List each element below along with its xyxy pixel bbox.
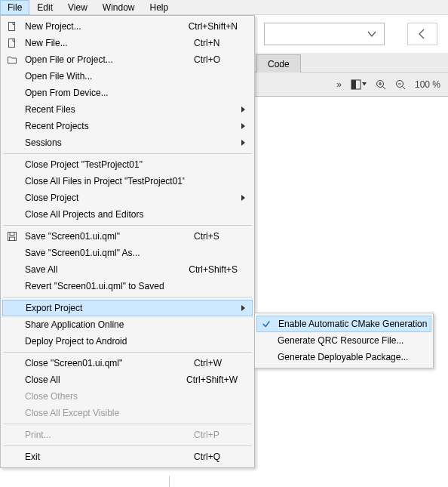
menu-item-label: Print... bbox=[22, 430, 185, 440]
menu-separator bbox=[3, 225, 252, 226]
menu-edit[interactable]: Edit bbox=[29, 0, 60, 15]
file-menu-dropdown: New Project...Ctrl+Shift+NNew File...Ctr… bbox=[0, 15, 255, 468]
content-divider bbox=[169, 476, 170, 487]
menu-window[interactable]: Window bbox=[95, 0, 143, 15]
menu-separator bbox=[3, 352, 252, 353]
menu-item-label: Revert "Screen01.ui.qml" to Saved bbox=[22, 281, 185, 291]
menu-item-open-file-or-project[interactable]: Open File or Project...Ctrl+O bbox=[2, 51, 253, 68]
menu-item-close-project-testproject01[interactable]: Close Project "TestProject01" bbox=[2, 156, 253, 173]
svg-marker-2 bbox=[362, 82, 367, 86]
submenu-arrow bbox=[238, 137, 248, 148]
menu-item-label: New File... bbox=[22, 38, 185, 48]
tab-code[interactable]: Code bbox=[256, 54, 301, 73]
menu-item-deploy-project-to-android[interactable]: Deploy Project to Android bbox=[2, 333, 253, 350]
menu-separator bbox=[3, 424, 252, 424]
menu-item-shortcut: Ctrl+N bbox=[185, 38, 238, 48]
menu-item-exit[interactable]: ExitCtrl+Q bbox=[2, 448, 253, 465]
menu-item-icon-slot bbox=[2, 21, 22, 32]
menu-item-share-application-online[interactable]: Share Application Online bbox=[2, 316, 253, 333]
square-half-icon bbox=[351, 79, 361, 90]
menu-item-label: Recent Files bbox=[22, 104, 185, 115]
new-file-icon bbox=[7, 38, 17, 48]
menu-item-label: Recent Projects bbox=[22, 121, 185, 131]
layout-icon[interactable] bbox=[351, 79, 367, 90]
svg-rect-11 bbox=[9, 39, 15, 48]
menu-item-revert-screen01-ui-qml-to-saved[interactable]: Revert "Screen01.ui.qml" to Saved bbox=[2, 278, 253, 294]
menu-item-label: Close All Projects and Editors bbox=[22, 209, 185, 220]
menu-item-close-project[interactable]: Close Project bbox=[2, 190, 253, 206]
menu-view[interactable]: View bbox=[60, 0, 95, 15]
menu-item-save-all[interactable]: Save AllCtrl+Shift+S bbox=[2, 261, 253, 278]
menu-item-new-file[interactable]: New File...Ctrl+N bbox=[2, 35, 253, 51]
menu-separator bbox=[3, 153, 252, 154]
menu-item-label: Close All Files in Project "TestProject0… bbox=[22, 176, 185, 186]
svg-rect-13 bbox=[10, 233, 14, 236]
menu-item-label: Save "Screen01.ui.qml" As... bbox=[22, 248, 185, 258]
more-button[interactable]: » bbox=[336, 79, 342, 90]
menu-item-print: Print...Ctrl+P bbox=[2, 427, 253, 443]
menu-item-open-from-device[interactable]: Open From Device... bbox=[2, 85, 253, 101]
menu-separator bbox=[3, 297, 252, 297]
menu-item-export-project[interactable]: Export Project bbox=[2, 300, 253, 316]
menu-item-label: Share Application Online bbox=[22, 319, 185, 330]
checkmark-icon bbox=[257, 319, 275, 328]
submenu-arrow bbox=[238, 193, 248, 203]
submenu-item-enable-automatic-cmake-generation[interactable]: Enable Automatic CMake Generation bbox=[256, 316, 431, 332]
zoom-in-icon bbox=[376, 79, 386, 90]
menu-help[interactable]: Help bbox=[143, 0, 176, 15]
chevron-left-icon bbox=[416, 28, 428, 40]
menu-item-label: Close Project bbox=[22, 193, 185, 203]
svg-rect-10 bbox=[9, 23, 15, 31]
submenu-item-label: Generate QRC Resource File... bbox=[275, 335, 427, 346]
menu-item-label: Close Project "TestProject01" bbox=[22, 159, 185, 170]
menu-item-label: Open File or Project... bbox=[22, 54, 185, 65]
menu-item-shortcut: Ctrl+O bbox=[185, 54, 238, 65]
menu-item-label: Open File With... bbox=[22, 71, 185, 82]
submenu-arrow bbox=[238, 121, 248, 131]
menu-item-label: Close Others bbox=[22, 391, 185, 402]
menu-item-close-others: Close Others bbox=[2, 388, 253, 405]
file-selector-combo[interactable] bbox=[264, 23, 385, 45]
menu-item-recent-files[interactable]: Recent Files bbox=[2, 101, 253, 118]
menu-item-recent-projects[interactable]: Recent Projects bbox=[2, 118, 253, 134]
menu-item-label: Close "Screen01.ui.qml" bbox=[22, 358, 185, 368]
menu-item-save-screen01-ui-qml[interactable]: Save "Screen01.ui.qml"Ctrl+S bbox=[2, 228, 253, 245]
menu-item-label: Close All Except Visible bbox=[22, 408, 185, 418]
menu-item-close-screen01-ui-qml[interactable]: Close "Screen01.ui.qml"Ctrl+W bbox=[2, 355, 253, 371]
zoom-level[interactable]: 100 % bbox=[415, 79, 440, 90]
export-project-submenu: Enable Automatic CMake GenerationGenerat… bbox=[254, 313, 434, 368]
menu-item-shortcut: Ctrl+W bbox=[185, 358, 238, 368]
dropdown-triangle-icon bbox=[362, 82, 367, 87]
menu-item-label: New Project... bbox=[22, 21, 180, 32]
menu-item-shortcut: Ctrl+Shift+N bbox=[180, 21, 238, 32]
menubar: FileEditViewWindowHelp bbox=[0, 0, 448, 15]
menu-item-open-file-with[interactable]: Open File With... bbox=[2, 68, 253, 85]
submenu-item-generate-qrc-resource-file[interactable]: Generate QRC Resource File... bbox=[256, 332, 431, 349]
submenu-arrow bbox=[238, 303, 248, 313]
menu-item-label: Exit bbox=[22, 452, 185, 462]
menu-item-label: Save "Screen01.ui.qml" bbox=[22, 231, 185, 242]
svg-rect-1 bbox=[351, 80, 356, 89]
menu-item-close-all[interactable]: Close AllCtrl+Shift+W bbox=[2, 371, 253, 388]
menu-item-new-project[interactable]: New Project...Ctrl+Shift+N bbox=[2, 18, 253, 35]
menu-item-close-all-projects-and-editors[interactable]: Close All Projects and Editors bbox=[2, 206, 253, 223]
menu-item-shortcut: Ctrl+P bbox=[185, 430, 238, 440]
menu-item-icon-slot bbox=[2, 38, 22, 48]
menu-item-sessions[interactable]: Sessions bbox=[2, 134, 253, 151]
submenu-item-generate-deployable-package[interactable]: Generate Deployable Package... bbox=[256, 349, 431, 365]
zoom-in-button[interactable] bbox=[376, 79, 386, 90]
zoom-out-icon bbox=[395, 79, 406, 90]
menu-item-shortcut: Ctrl+S bbox=[185, 231, 238, 242]
svg-line-4 bbox=[382, 86, 385, 89]
menu-item-close-all-except-visible: Close All Except Visible bbox=[2, 405, 253, 421]
save-icon bbox=[7, 231, 17, 242]
menu-item-label: Sessions bbox=[22, 137, 185, 148]
menu-item-close-all-files-in-project-testproject01[interactable]: Close All Files in Project "TestProject0… bbox=[2, 173, 253, 190]
menu-file[interactable]: File bbox=[0, 0, 29, 15]
menu-item-save-screen01-ui-qml-as[interactable]: Save "Screen01.ui.qml" As... bbox=[2, 245, 253, 261]
zoom-out-button[interactable] bbox=[395, 79, 406, 90]
back-button[interactable] bbox=[407, 23, 437, 45]
menu-item-label: Deploy Project to Android bbox=[22, 336, 185, 347]
svg-line-8 bbox=[402, 86, 405, 89]
menu-item-label: Export Project bbox=[23, 303, 185, 313]
